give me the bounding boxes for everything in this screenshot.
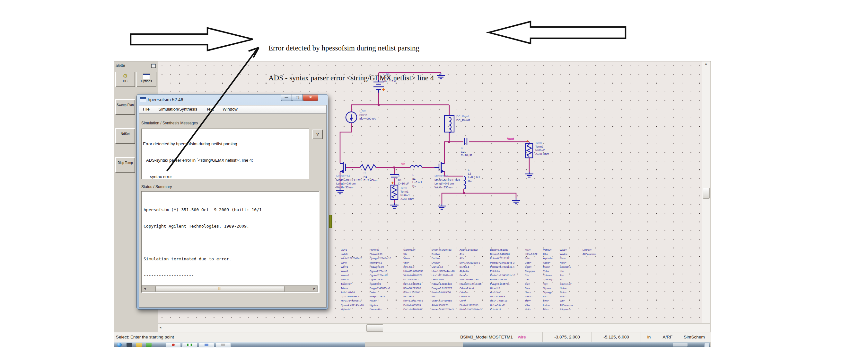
scroll-up-icon[interactable]: ▲ — [705, 62, 707, 65]
message-line: Error detected by hpeesofsim during netl… — [143, 141, 307, 146]
component-label-Term1[interactable]: TermTerm1Num=1Z=50 Ohm — [400, 186, 414, 201]
component-label-Model=MOSFETM1[interactable]: MOSFET3Model=MOSFETM1Length=0.6 umWidth=… — [434, 174, 460, 189]
bsim3-param-column: Gamma2=Xt=Vbm=Vbx=Xj=1.5e-7U0=483.606633… — [403, 248, 423, 311]
hpeesofsim-app-icon — [140, 97, 146, 102]
palette-button-label: Options — [141, 79, 152, 83]
help-button[interactable]: ? — [312, 130, 323, 139]
status-cell-coords-2: -5.125, 6.000 — [591, 332, 641, 342]
palette-button-disp-temp[interactable]: Disp Temp — [115, 157, 135, 173]
page: alette ⚙ DC Options Sweep Plan NdSet — [0, 0, 868, 360]
palette-button-sweep-plan[interactable]: Sweep Plan — [115, 99, 135, 115]
status-line: -------------------- — [144, 273, 317, 278]
component-label-L2[interactable]: LL2L=0.5 nHR= — [468, 168, 480, 183]
menu-simulation-synthesis[interactable]: Simulation/Synthesis — [155, 105, 202, 113]
simulation-messages-box[interactable]: Error detected by hpeesofsim during netl… — [141, 129, 309, 179]
bsim3-param-column: Lintnoi=AllParams= — [583, 248, 596, 256]
status-cell-coords-1: -3.875, 2.000 — [542, 332, 591, 342]
component-label-R1[interactable]: RR1R=2 kOhm — [364, 171, 377, 183]
status-section-label: Status / Summary — [141, 185, 172, 189]
folder-icon[interactable] — [136, 343, 142, 347]
green-app-icon[interactable] — [146, 343, 152, 347]
minimize-button[interactable]: — — [281, 94, 292, 101]
annotation-line: ADS - syntax parser error <string/GEMX n… — [269, 73, 434, 83]
blue-app-button[interactable] — [199, 343, 214, 348]
capacitor-c1-symbol — [390, 174, 399, 177]
component-label-C2[interactable]: CC2C=10 pF — [461, 146, 472, 158]
status-line: Simulation terminated due to error. — [144, 256, 317, 261]
inductor-l1-symbol — [410, 166, 422, 167]
bsim3-param-column: Ags=0.1460882A1=A2=B0=1.6431238e-8B1=5e-… — [460, 248, 482, 311]
canvas-vertical-scrollbar[interactable]: ▲ — [702, 61, 710, 323]
component-label-Model=MOSFETM1[interactable]: MOSFET4Model=MOSFETM1Length=0.6 umWidth=… — [336, 174, 362, 189]
palette-pin-icon[interactable] — [151, 64, 156, 68]
scroll-right-icon[interactable]: ► — [313, 287, 316, 290]
component-label-C1[interactable]: CC1C=10 pF — [398, 174, 409, 186]
bsim3-param-column: Pb=0.99Pbsw=0.99Cjswg=2.2346e-10Mjswg=0.… — [370, 248, 391, 311]
bsim3-param-column: Wwc=Wwlc=Elm=Nlev=Gdsnoi=1Kf=Af=Ef=Em=4.… — [560, 248, 573, 311]
palette-button-label: DC — [123, 79, 127, 83]
gray-app-button[interactable] — [216, 343, 230, 348]
block-arrow-right-icon — [131, 28, 253, 51]
bsim3-param-column: Kt1l=Kt2=-0.022Prt=Cgsl=Cgdl=Ckappa=Cf=C… — [525, 248, 537, 311]
stray-green-component — [329, 215, 332, 228]
palette-button-label: Disp Temp — [118, 161, 133, 165]
menu-text[interactable]: Text — [202, 105, 218, 113]
inductor-l2-symbol — [464, 176, 466, 189]
scroll-left-icon[interactable]: ◄ — [159, 326, 162, 329]
net-label-Vout[interactable]: Vout — [507, 137, 514, 141]
chart-app-button[interactable] — [182, 343, 197, 348]
dialog-horizontal-scrollbar[interactable]: ◄ ||| ► — [142, 285, 318, 292]
status-line: -------------------- — [144, 240, 317, 245]
palette-header: alette — [114, 62, 158, 69]
palette-button-dc[interactable]: ⚙ DC — [115, 72, 135, 87]
show-desktop-button[interactable] — [704, 343, 709, 347]
dc-feed-symbol — [444, 115, 454, 132]
canvas-horizontal-scrollbar[interactable]: ◄ — [158, 323, 710, 332]
palette-title: alette — [116, 63, 125, 68]
status-summary-box[interactable]: hpeesofsim (*) 351.500 Oct 9 2009 (built… — [141, 191, 319, 293]
hpeesofsim-window[interactable]: hpeesofsim 52:46 — ▢ ✕ File Simulation/S… — [136, 94, 328, 309]
bsim3-param-column: Lw=1Lwl=0Wint=2.277647e-7Wl=0Wln=1Ww=0Ww… — [341, 248, 364, 311]
mosfet4-symbol — [340, 162, 345, 173]
message-line: ADS-syntax parser error in `<string/GEMX… — [143, 158, 307, 163]
vscroll-thumb[interactable] — [703, 188, 710, 199]
net-label-Vh[interactable]: Vh — [401, 162, 405, 166]
gear-icon: ⚙ — [116, 73, 134, 79]
dialog-titlebar[interactable]: hpeesofsim 52:46 — ▢ ✕ — [137, 94, 328, 105]
maximize-button[interactable]: ▢ — [292, 94, 303, 101]
status-cell-model: BSIM3_Model MOSFETM1 — [457, 332, 516, 342]
start-orb-icon[interactable] — [117, 343, 122, 347]
status-bar: Select: Enter the starting point BSIM3_M… — [114, 332, 711, 342]
block-arrow-left-icon — [489, 22, 625, 44]
menu-file[interactable]: File — [139, 105, 154, 113]
status-cell-context: SimSchem — [678, 332, 710, 342]
dialog-menubar: File Simulation/Synthesis Text Window — [139, 105, 326, 114]
hscroll-thumb[interactable] — [366, 324, 383, 332]
palette-button-label: NdSet — [121, 132, 130, 136]
grid-app-icon[interactable] — [126, 343, 132, 347]
palette-button-label: Sweep Plan — [117, 103, 133, 107]
capacitor-c2-symbol — [464, 138, 467, 145]
messages-section-label: Simulation / Synthesis Messages — [141, 121, 198, 126]
close-button[interactable]: ✕ — [303, 94, 318, 101]
status-cell-tool: wire — [516, 332, 542, 342]
dialog-body: File Simulation/Synthesis Text Window Si… — [139, 105, 327, 308]
status-message: Select: Enter the starting point — [116, 332, 174, 342]
taskbar-left-fragment — [114, 342, 365, 347]
palette-button-ndset[interactable]: NdSet — [115, 128, 135, 144]
menu-window[interactable]: Window — [219, 105, 241, 113]
annotation-line: Error detected by hpessofsim during netl… — [269, 43, 434, 53]
dialog-hscroll-thumb[interactable]: ||| — [155, 286, 284, 292]
bsim3-param-column: Voffcv=Ijth=Alpha1=Acde=Moin=Tpb=Tpbsw=T… — [543, 248, 554, 311]
scroll-left-icon[interactable]: ◄ — [143, 287, 147, 290]
component-label-DC_Feed1[interactable]: DC_FeedDC_Feed1 — [456, 115, 470, 122]
palette-button-options[interactable]: Options — [136, 72, 156, 87]
options-window-icon — [137, 73, 156, 79]
status-cell-units: in — [641, 332, 657, 342]
taskbar-clock — [673, 343, 687, 347]
red-app-button[interactable] — [166, 343, 181, 348]
component-label-L1[interactable]: LL1L=6 nHR= — [412, 173, 422, 188]
status-cells: BSIM3_Model MOSFETM1 wire -3.875, 2.000 … — [457, 332, 710, 342]
status-cell-mode: A/RF — [657, 332, 678, 342]
component-label-Term2[interactable]: TermTerm2Num=2Z=50 Ohm — [535, 141, 549, 156]
